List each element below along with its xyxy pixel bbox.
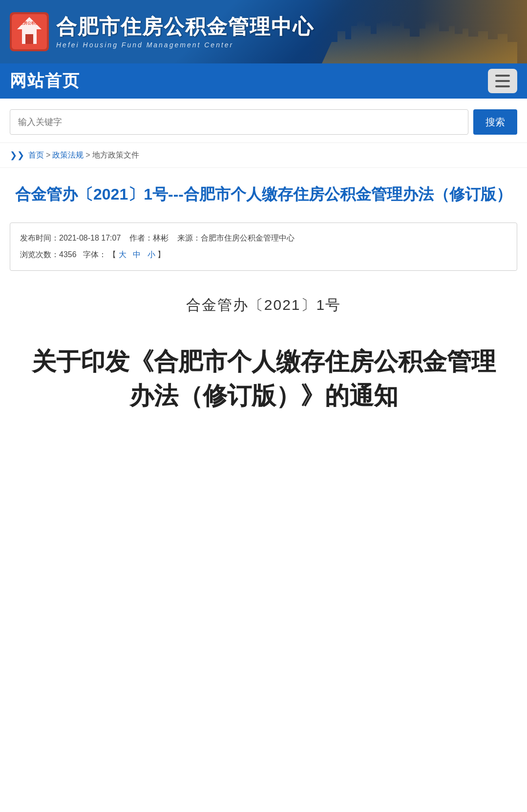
breadcrumb-sep-1: > [46,151,50,160]
author-label: 作者： [129,234,153,242]
search-area: 搜索 [0,99,527,143]
nav-title: 网站首页 [10,70,80,92]
views-label: 浏览次数： [20,250,59,259]
header: 住房公积金 合肥市住房公积金管理中心 Hefei Housing Fund Ma… [0,0,527,63]
svg-text:住房公积金: 住房公积金 [19,20,40,25]
city-bg-decoration [307,0,527,63]
org-name: 合肥市住房公积金管理中心 [56,15,314,39]
font-label: 字体： [83,250,106,259]
publish-label: 发布时间： [20,234,59,242]
source: 合肥市住房公积金管理中心 [201,234,295,242]
breadcrumb-sep-2: > [85,151,90,160]
svg-rect-3 [25,34,33,44]
source-label: 来源： [177,234,201,242]
menu-button[interactable] [488,69,517,93]
breadcrumb: ❯❯ 首页 > 政策法规 > 地方政策文件 [0,143,527,168]
navbar: 网站首页 [0,63,527,99]
doc-notice-title: 关于印发《合肥市个人缴存住房公积金管理办法（修订版）》的通知 [20,345,507,413]
org-name-en: Hefei Housing Fund Management Center [56,41,314,49]
breadcrumb-home[interactable]: 首页 [28,150,44,161]
publish-date: 2021-08-18 17:07 [59,234,121,242]
logo-icon: 住房公积金 [10,12,49,51]
menu-line-3 [495,85,510,87]
font-bracket-close: 】 [157,250,165,259]
search-button[interactable]: 搜索 [473,109,517,135]
font-small-button[interactable]: 小 [148,250,155,259]
font-medium-button[interactable]: 中 [133,250,141,259]
menu-line-1 [495,75,510,77]
author: 林彬 [153,234,169,242]
logo-text-area: 合肥市住房公积金管理中心 Hefei Housing Fund Manageme… [56,15,314,49]
logo-area: 住房公积金 合肥市住房公积金管理中心 Hefei Housing Fund Ma… [0,5,324,59]
search-input[interactable] [10,109,468,135]
doc-number: 合金管办〔2021〕1号 [10,295,517,315]
breadcrumb-icon: ❯❯ [10,150,24,161]
article-title: 合金管办〔2021〕1号---合肥市个人缴存住房公积金管理办法（修订版） [10,178,517,211]
menu-line-2 [495,80,510,82]
breadcrumb-level2[interactable]: 政策法规 [52,150,84,161]
meta-info-box: 发布时间：2021-08-18 17:07 作者：林彬 来源：合肥市住房公积金管… [10,223,517,271]
font-bracket-open: 【 [108,250,116,259]
main-content: 合金管办〔2021〕1号---合肥市个人缴存住房公积金管理办法（修订版） 发布时… [0,168,527,427]
font-large-button[interactable]: 大 [119,250,126,259]
breadcrumb-current: 地方政策文件 [92,150,139,161]
views: 4356 [59,250,77,259]
